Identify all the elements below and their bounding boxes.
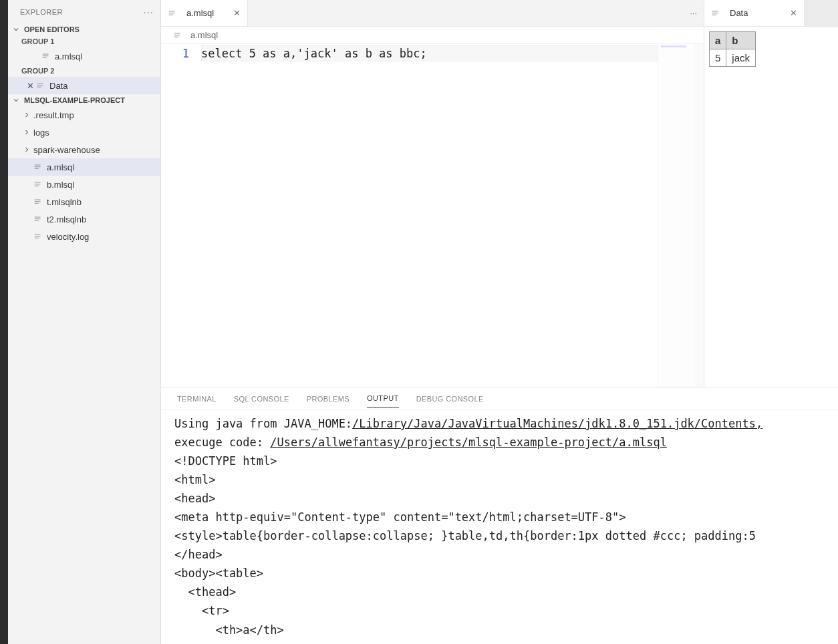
code-line-1[interactable]: select 5 as a,'jack' as b as bbc; (201, 44, 427, 60)
gutter: 1 (161, 44, 201, 387)
svg-rect-18 (35, 234, 41, 235)
breadcrumb[interactable]: a.mlsql (161, 27, 704, 44)
svg-rect-15 (35, 217, 41, 218)
tab-output[interactable]: OUTPUT (367, 389, 399, 408)
tab-a-mlsql[interactable]: a.mlsql ✕ (161, 0, 248, 26)
svg-rect-28 (712, 13, 718, 13)
out-line-1b: /Library/Java/JavaVirtualMachines/jdk1.8… (352, 417, 762, 430)
file-icon (33, 162, 43, 172)
project-item-a-mlsql[interactable]: a.mlsql (8, 158, 160, 176)
col-b: b (726, 32, 756, 49)
svg-rect-16 (35, 218, 41, 219)
open-editor-a-mlsql[interactable]: a.mlsql (8, 47, 160, 65)
svg-rect-20 (35, 238, 39, 238)
project-header[interactable]: MLSQL-EXAMPLE-PROJECT (8, 94, 160, 106)
group-1-header[interactable]: GROUP 1 (8, 35, 160, 47)
close-icon[interactable]: ✕ (24, 81, 36, 91)
group-1-label: GROUP 1 (21, 37, 54, 45)
explorer-header: EXPLORER ··· (8, 0, 160, 23)
item-label: t2.mlsqlnb (47, 214, 86, 224)
breadcrumb-label: a.mlsql (190, 30, 218, 40)
svg-rect-11 (35, 186, 39, 186)
out-line-12: <th>a</th> (174, 623, 284, 637)
editor-body[interactable]: 1 select 5 as a,'jack' as b as bbc; (161, 44, 704, 387)
chevron-right-icon (21, 128, 32, 136)
svg-rect-4 (37, 85, 43, 86)
file-icon (33, 232, 43, 241)
tab-trail (805, 0, 838, 26)
svg-rect-23 (169, 14, 173, 15)
item-label: spark-warehouse (33, 145, 100, 155)
explorer-title: EXPLORER (20, 8, 63, 16)
tab-data[interactable]: Data ✕ (704, 0, 805, 26)
data-body: a b 5 jack (704, 27, 838, 71)
out-line-7: <style>table{border-collapse:collapse; }… (174, 529, 756, 542)
project-item-logs[interactable]: logs (8, 124, 160, 141)
svg-rect-14 (35, 203, 39, 204)
svg-rect-3 (37, 84, 43, 84)
out-line-8: </head> (174, 548, 223, 561)
svg-rect-8 (35, 168, 39, 169)
file-icon (168, 9, 177, 18)
chevron-down-icon (11, 96, 21, 104)
explorer-sidebar: EXPLORER ··· OPEN EDITORS GROUP 1 a.mlsq… (8, 0, 161, 644)
out-line-2a: execuge code: (174, 436, 270, 449)
activity-bar (0, 0, 8, 644)
svg-rect-21 (169, 11, 175, 11)
col-a: a (710, 32, 726, 49)
svg-rect-13 (35, 201, 41, 202)
svg-rect-24 (174, 33, 180, 33)
explorer-more-icon[interactable]: ··· (143, 6, 154, 17)
svg-rect-1 (43, 55, 49, 56)
item-label: b.mlsql (47, 180, 74, 190)
out-line-11: <tr> (174, 604, 229, 617)
editor-more-icon[interactable]: ··· (683, 0, 704, 26)
project-item-velocity-log[interactable]: velocity.log (8, 228, 160, 245)
cell-b: jack (726, 49, 756, 67)
open-editor-data[interactable]: ✕ Data (8, 77, 160, 94)
tab-debug-console[interactable]: DEBUG CONSOLE (416, 389, 484, 408)
chevron-right-icon (21, 111, 32, 119)
svg-rect-12 (35, 200, 41, 200)
panel-tabs: TERMINAL SQL CONSOLE PROBLEMS OUTPUT DEB… (161, 387, 838, 410)
open-editors-header[interactable]: OPEN EDITORS (8, 23, 160, 35)
out-line-4: <html> (174, 473, 215, 486)
svg-rect-7 (35, 166, 41, 167)
tab-problems[interactable]: PROBLEMS (307, 389, 350, 408)
table-row: 5 jack (710, 49, 756, 67)
project-item-result-tmp[interactable]: .result.tmp (8, 106, 160, 124)
cell-a: 5 (710, 49, 726, 67)
file-icon (33, 197, 43, 206)
project-item-spark-warehouse[interactable]: spark-warehouse (8, 141, 160, 158)
out-line-5: <head> (174, 492, 215, 505)
svg-rect-27 (712, 11, 718, 11)
editor-fill[interactable] (427, 44, 658, 387)
out-line-6: <meta http-equiv="Content-type" content=… (174, 510, 626, 524)
out-line-3: <!DOCTYPE html> (174, 454, 277, 468)
open-editor-label: Data (49, 81, 67, 91)
project-item-t2-mlsqlnb[interactable]: t2.mlsqlnb (8, 210, 160, 228)
tab-sql-console[interactable]: SQL CONSOLE (234, 389, 289, 408)
file-icon (33, 180, 43, 189)
close-icon[interactable]: ✕ (790, 8, 797, 18)
svg-rect-10 (35, 184, 41, 184)
svg-rect-5 (37, 87, 41, 88)
project-item-b-mlsql[interactable]: b.mlsql (8, 176, 160, 193)
group-2-header[interactable]: GROUP 2 (8, 65, 160, 77)
item-label: velocity.log (47, 232, 89, 242)
data-table: a b 5 jack (709, 31, 756, 67)
minimap[interactable] (658, 44, 694, 387)
project-item-t-mlsqlnb[interactable]: t.mlsqlnb (8, 193, 160, 210)
output-body[interactable]: Using java from JAVA_HOME:/Library/Java/… (161, 410, 838, 644)
out-line-9: <body><table> (174, 567, 263, 580)
tab-terminal[interactable]: TERMINAL (177, 389, 217, 408)
close-icon[interactable]: ✕ (233, 8, 241, 18)
scrollbar[interactable] (694, 44, 704, 387)
out-line-2b: /Users/allwefantasy/projects/mlsql-examp… (270, 436, 667, 449)
project-label: MLSQL-EXAMPLE-PROJECT (24, 96, 125, 104)
chevron-right-icon (21, 146, 32, 154)
out-line-1a: Using java from JAVA_HOME: (174, 417, 352, 430)
editor-tab-bar: a.mlsql ✕ ··· (161, 0, 704, 27)
svg-rect-6 (35, 165, 41, 166)
svg-rect-26 (174, 36, 178, 37)
